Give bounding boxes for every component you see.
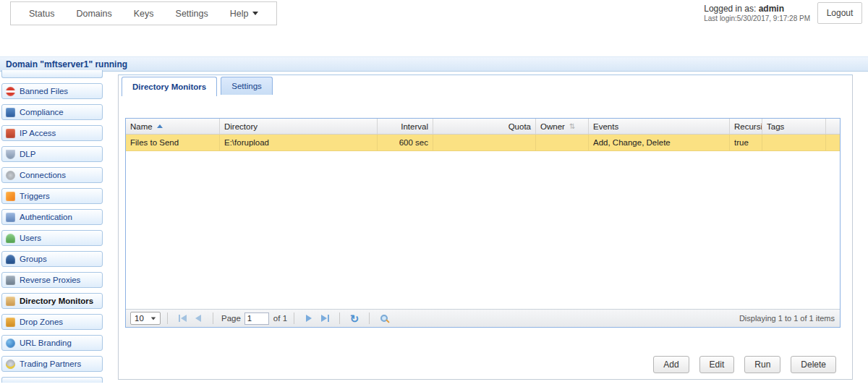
sidebar-item-label: Triggers	[20, 192, 50, 200]
sidebar-item-banned-files[interactable]: Banned Files	[1, 83, 103, 99]
compliance-icon	[6, 108, 15, 117]
menu-item-label: Keys	[134, 9, 154, 19]
sidebar-item-drop-zones[interactable]: Drop Zones	[1, 314, 103, 330]
sidebar-item-label: IP Access	[20, 129, 56, 137]
main-menu-bar: Status Domains Keys Settings Help	[10, 1, 277, 25]
first-page-button[interactable]	[174, 315, 190, 322]
toolbar-separator	[339, 312, 340, 324]
page-count-label: of 1	[273, 314, 287, 323]
last-page-button[interactable]	[317, 315, 333, 322]
domain-status-text: Domain "mftserver1" running	[0, 57, 127, 72]
previous-page-icon	[195, 315, 201, 322]
toolbar-separator	[294, 312, 294, 324]
column-header-interval[interactable]: Interval	[378, 119, 433, 134]
connections-icon	[6, 171, 15, 180]
delete-button[interactable]: Delete	[791, 356, 836, 373]
add-button[interactable]: Add	[653, 356, 689, 373]
sidebar-item-reverse-proxies[interactable]: Reverse Proxies	[1, 272, 103, 288]
sidebar-item-authentication[interactable]: Authentication	[1, 209, 103, 225]
sidebar-item-label: Trading Partners	[20, 360, 81, 368]
column-header-directory[interactable]: Directory	[220, 119, 378, 134]
toolbar-separator	[167, 312, 168, 324]
sidebar-item-dlp[interactable]: DLP	[1, 146, 103, 162]
sidebar-item-connections[interactable]: Connections	[1, 167, 103, 183]
page-label: Page	[221, 314, 241, 323]
column-header-tags[interactable]: Tags	[762, 119, 826, 134]
logout-button[interactable]: Logout	[817, 2, 862, 24]
first-page-icon	[181, 315, 187, 322]
column-header-owner[interactable]: Owner ⇅	[536, 119, 589, 134]
column-header-quota[interactable]: Quota	[433, 119, 536, 134]
grid-empty-area	[126, 151, 840, 309]
menu-item-label: Help	[230, 9, 249, 19]
next-page-icon	[306, 315, 312, 322]
sidebar-item-label: Authentication	[20, 213, 72, 221]
username: admin	[759, 4, 784, 14]
column-label: Owner	[540, 122, 565, 131]
banned-files-icon	[6, 87, 15, 96]
tab-settings[interactable]: Settings	[221, 77, 273, 95]
column-header-name[interactable]: Name	[126, 119, 220, 134]
sidebar-item-groups[interactable]: Groups	[1, 251, 103, 267]
column-label: Interval	[401, 122, 428, 131]
menu-item-settings[interactable]: Settings	[165, 9, 219, 19]
sort-ascending-icon	[157, 124, 163, 128]
page-size-select[interactable]: 10	[130, 312, 161, 325]
users-icon	[6, 234, 15, 243]
chevron-down-icon	[151, 317, 156, 320]
menu-item-label: Status	[29, 9, 54, 19]
page-input[interactable]	[244, 312, 269, 325]
sidebar-item-ip-access[interactable]: IP Access	[1, 125, 103, 141]
sidebar-item-label: Connections	[20, 171, 66, 179]
page-size-value: 10	[135, 314, 144, 323]
sidebar-item-partial-top[interactable]	[1, 70, 103, 78]
menu-item-help[interactable]: Help	[219, 9, 270, 19]
column-label: Events	[593, 122, 618, 131]
refresh-button[interactable]: ↻	[346, 313, 362, 324]
sidebar-item-compliance[interactable]: Compliance	[1, 104, 103, 120]
paging-status-text: Displaying 1 to 1 of 1 items	[739, 314, 835, 323]
sidebar-item-partial-bottom[interactable]	[1, 377, 103, 383]
search-button[interactable]	[376, 315, 392, 322]
directory-monitors-grid: Name Directory Interval Quota Owner ⇅ Ev…	[125, 118, 841, 328]
last-page-icon	[328, 315, 329, 322]
sidebar-item-users[interactable]: Users	[1, 230, 103, 246]
drop-zones-icon	[6, 318, 15, 327]
column-header-events[interactable]: Events	[589, 119, 730, 134]
sidebar-item-label: Directory Monitors	[20, 297, 93, 305]
cell-recursive: true	[730, 135, 762, 150]
groups-icon	[6, 255, 15, 264]
previous-page-button[interactable]	[190, 315, 206, 322]
sidebar-item-label: Drop Zones	[20, 318, 63, 326]
menu-item-domains[interactable]: Domains	[65, 9, 122, 19]
grid-header-row: Name Directory Interval Quota Owner ⇅ Ev…	[126, 119, 840, 135]
tab-bar: Directory Monitors Settings	[122, 77, 273, 96]
cell-events: Add, Change, Delete	[589, 135, 730, 150]
run-button[interactable]: Run	[744, 356, 780, 373]
sidebar-item-trading-partners[interactable]: Trading Partners	[1, 356, 103, 372]
domain-status-bar: Domain "mftserver1" running	[0, 56, 868, 72]
cell-spacer	[826, 135, 840, 150]
next-page-button[interactable]	[301, 315, 317, 322]
trading-partners-icon	[6, 360, 15, 369]
edit-button[interactable]: Edit	[699, 356, 735, 373]
paging-toolbar: 10 Page of 1 ↻ Displaying 1 to 1 of 1 it…	[126, 309, 840, 327]
sidebar-item-triggers[interactable]: Triggers	[1, 188, 103, 204]
menu-item-status[interactable]: Status	[18, 9, 65, 19]
authentication-icon	[6, 213, 15, 222]
column-label: Recursive	[734, 122, 762, 131]
cell-tags	[762, 135, 826, 150]
table-row-files-to-send[interactable]: Files to Send E:\forupload 600 sec Add, …	[126, 135, 840, 151]
directory-monitors-icon	[6, 297, 15, 306]
cell-quota	[433, 135, 536, 150]
menu-item-label: Settings	[176, 9, 208, 19]
tab-directory-monitors[interactable]: Directory Monitors	[122, 77, 217, 96]
last-login-text: Last login:5/30/2017, 9:17:28 PM	[704, 14, 810, 24]
menu-item-keys[interactable]: Keys	[123, 9, 165, 19]
sidebar-item-url-branding[interactable]: URL Branding	[1, 335, 103, 351]
sidebar-item-directory-monitors[interactable]: Directory Monitors	[1, 293, 103, 309]
cell-owner	[536, 135, 589, 150]
chevron-down-icon	[252, 12, 258, 15]
cell-interval: 600 sec	[378, 135, 433, 150]
column-header-recursive[interactable]: Recursive	[730, 119, 762, 134]
